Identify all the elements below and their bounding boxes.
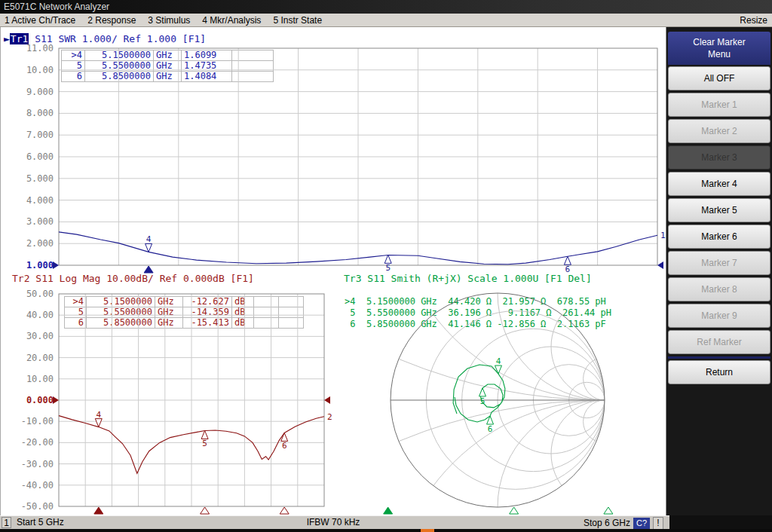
resize-control[interactable]: Resize (740, 14, 767, 27)
tr2-marker-6-stimulus (280, 507, 289, 514)
tr1-trace-number: 1 (660, 231, 666, 240)
menu-item-1[interactable]: 1 Active Ch/Trace (5, 14, 75, 26)
marker-4-symbol: 4 (146, 234, 152, 252)
cal-status-badge: C? (633, 518, 650, 529)
marker-4-number: 4 (496, 356, 501, 366)
window-bottom-edge (0, 529, 772, 532)
softkey-menu-title-line1: Clear Marker (693, 36, 745, 48)
marker-5-number: 5 (385, 263, 391, 273)
tr3-marker-6-stimulus (604, 507, 613, 514)
softkey-return[interactable]: Return (668, 360, 770, 384)
taskbar-notch (421, 529, 434, 532)
tr3-plot: 456 (69, 27, 666, 515)
softkey-marker-9: Marker 9 (668, 304, 770, 328)
menu-items: 1 Active Ch/Trace2 Response3 Stimulus4 M… (5, 14, 322, 26)
marker-6-number: 6 (488, 424, 493, 434)
menu-item-4[interactable]: 4 Mkr/Analysis (202, 14, 261, 26)
marker-6-symbol: 6 (281, 433, 288, 451)
softkey-marker-2: Marker 2 (668, 119, 770, 143)
marker-5-symbol: 5 (479, 388, 486, 406)
softkey-separator (668, 356, 770, 359)
tr1-grid (59, 48, 657, 265)
softkey-marker-5[interactable]: Marker 5 (668, 198, 770, 222)
softkey-all-off[interactable]: All OFF (668, 66, 770, 90)
tr1-marker-4-stimulus (144, 266, 153, 273)
softkey-marker-4[interactable]: Marker 4 (668, 172, 770, 196)
tr1-ref-arrow-left (53, 261, 59, 269)
marker-6-number: 6 (565, 264, 571, 274)
marker-6-number: 6 (282, 441, 287, 451)
marker-5-symbol: 5 (384, 255, 391, 273)
softkey-marker-1: Marker 1 (668, 93, 770, 117)
plots-canvas: 14562456456 (0, 27, 666, 515)
tr2-plot: 2456 (53, 294, 332, 514)
menu-item-5[interactable]: 5 Instr State (273, 14, 322, 26)
menu-item-3[interactable]: 3 Stimulus (148, 14, 190, 26)
softkey-marker-7: Marker 7 (668, 251, 770, 275)
title-bar: E5071C Network Analyzer (0, 0, 772, 14)
marker-5-number: 5 (202, 439, 207, 448)
marker-4-number: 4 (96, 410, 101, 420)
softkey-marker-6[interactable]: Marker 6 (668, 225, 770, 249)
tr3-marker-5-stimulus (510, 507, 519, 514)
marker-6-symbol: 6 (564, 256, 571, 274)
marker-6-symbol: 6 (487, 416, 494, 434)
stop-frequency: Stop 6 GHz (584, 517, 630, 530)
softkey-menu-title-line2: Menu (708, 48, 731, 60)
tr2-ref-arrow-left (53, 396, 59, 404)
tr1-ref-arrow-right (657, 261, 663, 269)
tr2-ref-arrow-right (324, 396, 330, 404)
status-bar: 1 Start 5 GHz IFBW 70 kHz Stop 6 GHz C? … (0, 515, 669, 530)
softkey-marker-8: Marker 8 (668, 277, 770, 301)
app-window: E5071C Network Analyzer 1 Active Ch/Trac… (0, 0, 772, 532)
softkey-ref-marker: Ref Marker (668, 330, 770, 354)
tr3-marker-4-stimulus (384, 507, 393, 514)
menu-item-2[interactable]: 2 Response (87, 14, 136, 26)
tr2-trace-number: 2 (327, 412, 332, 422)
tr2-grid (59, 294, 324, 506)
ifbw-readout: IFBW 70 kHz (0, 516, 666, 529)
marker-4-symbol: 4 (95, 410, 102, 427)
menu-bar: 1 Active Ch/Trace2 Response3 Stimulus4 M… (0, 14, 772, 27)
marker-5-symbol: 5 (201, 430, 208, 448)
tr3-trace (453, 365, 505, 422)
smith-grid (69, 27, 666, 515)
tr2-marker-4-stimulus (94, 507, 103, 514)
tr2-marker-5-stimulus (201, 507, 210, 514)
softkey-sidebar: Clear Marker Menu All OFFMarker 1Marker … (666, 27, 772, 515)
softkey-marker-3[interactable]: Marker 3 (668, 145, 770, 170)
window-title: E5071C Network Analyzer (4, 2, 109, 12)
warning-indicator: ! (653, 517, 663, 530)
tr1-plot: 1456 (53, 48, 666, 274)
marker-5-number: 5 (480, 396, 486, 406)
softkey-menu-title: Clear Marker Menu (668, 32, 770, 65)
marker-4-number: 4 (146, 234, 152, 244)
